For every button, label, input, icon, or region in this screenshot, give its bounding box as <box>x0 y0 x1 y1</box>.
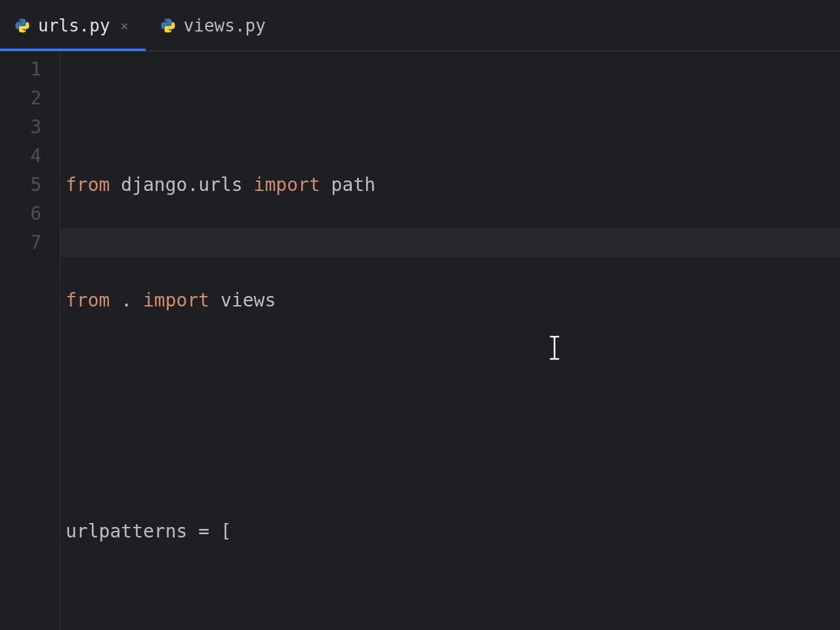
editor[interactable]: 1 2 3 4 5 6 7 from django.urls import pa… <box>0 51 840 630</box>
python-icon <box>14 18 30 33</box>
line-number: 4 <box>0 142 60 171</box>
line-number: 5 <box>0 171 60 200</box>
line-number: 1 <box>0 55 60 84</box>
python-icon <box>160 18 176 33</box>
close-icon[interactable]: ✕ <box>118 18 131 33</box>
tab-urls-py[interactable]: urls.py ✕ <box>0 0 146 51</box>
code-line-4: urlpatterns = [ <box>66 517 840 546</box>
line-number: 2 <box>0 84 60 113</box>
line-number: 7 <box>0 228 60 257</box>
tab-bar: urls.py ✕ views.py <box>0 0 840 51</box>
tab-views-py[interactable]: views.py <box>146 0 280 51</box>
tab-label: views.py <box>184 16 266 35</box>
code-line-2: from . import views <box>66 286 840 315</box>
code-line-1: from django.urls import path <box>66 171 840 200</box>
code-area[interactable]: from django.urls import path from . impo… <box>60 51 840 630</box>
current-line-highlight <box>60 228 840 257</box>
line-number: 6 <box>0 200 60 228</box>
code-line-3 <box>66 402 840 430</box>
tab-label: urls.py <box>38 16 110 35</box>
line-number: 3 <box>0 113 60 142</box>
gutter: 1 2 3 4 5 6 7 <box>0 51 60 630</box>
